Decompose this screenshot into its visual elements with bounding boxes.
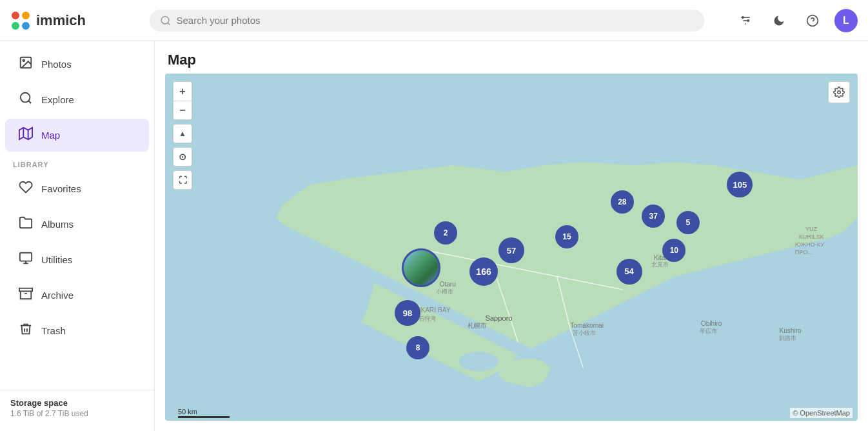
albums-icon <box>18 216 34 233</box>
map-settings-button[interactable] <box>828 81 850 103</box>
cluster-marker-15[interactable]: 15 <box>555 225 578 248</box>
map-container[interactable]: Sapporo 札幌市 Otaru 小樽市 ISHIKARI BAY 石狩湾 K… <box>165 74 858 421</box>
sidebar-item-trash[interactable]: Trash <box>5 314 149 347</box>
topbar-actions: L <box>734 9 858 32</box>
app-name: immich <box>36 12 86 29</box>
svg-text:石狩湾: 石狩湾 <box>419 316 436 322</box>
search-input[interactable] <box>176 15 694 26</box>
trash-icon <box>18 322 34 339</box>
svg-point-4 <box>161 16 169 24</box>
svg-text:YUZ: YUZ <box>805 226 818 232</box>
utilities-icon <box>18 251 34 268</box>
cluster-marker-166[interactable]: 166 <box>469 257 498 286</box>
cluster-marker-28[interactable]: 28 <box>611 190 634 214</box>
reset-bearing-button[interactable]: ▲ <box>173 124 192 143</box>
immich-logo-icon <box>10 10 31 31</box>
map-icon <box>18 126 34 144</box>
svg-point-3 <box>22 22 30 30</box>
svg-marker-17 <box>19 128 32 139</box>
content-area: Map Sapporo <box>155 41 868 431</box>
svg-text:釧路市: 釧路市 <box>779 335 796 341</box>
zoom-in-button[interactable]: + <box>173 81 192 101</box>
svg-line-5 <box>168 23 170 25</box>
scale-bar <box>178 416 230 418</box>
svg-point-0 <box>12 12 19 19</box>
svg-point-2 <box>12 22 19 30</box>
svg-text:ПРО...: ПРО... <box>795 249 813 256</box>
help-button[interactable] <box>801 9 824 32</box>
avatar[interactable]: L <box>834 9 858 32</box>
svg-text:Obihiro: Obihiro <box>701 320 722 327</box>
search-icon <box>160 15 171 26</box>
svg-point-15 <box>21 93 30 103</box>
cluster-marker-8[interactable]: 8 <box>406 336 429 359</box>
page-title: Map <box>155 41 868 74</box>
topbar: immich L <box>0 0 868 41</box>
svg-line-16 <box>28 101 31 103</box>
photos-icon <box>18 55 34 73</box>
cluster-marker-54[interactable]: 54 <box>616 259 642 285</box>
favorites-icon <box>18 180 34 197</box>
photo-cluster-marker[interactable] <box>402 248 440 287</box>
svg-point-1 <box>22 12 30 19</box>
help-icon <box>806 14 819 27</box>
dark-mode-button[interactable] <box>767 9 791 32</box>
cluster-marker-57[interactable]: 57 <box>498 237 524 263</box>
sidebar: Photos Explore Map LIBRARY <box>0 41 155 431</box>
sidebar-item-favorites[interactable]: Favorites <box>5 172 149 205</box>
map-settings <box>828 81 850 103</box>
archive-icon <box>18 286 34 304</box>
search-bar[interactable] <box>150 10 704 32</box>
sidebar-item-map[interactable]: Map <box>5 119 149 152</box>
filter-icon <box>739 14 752 27</box>
storage-subtitle: 1.6 TiB of 2.7 TiB used <box>10 409 144 418</box>
filter-button[interactable] <box>734 9 757 32</box>
svg-text:KURILSK: KURILSK <box>799 234 824 240</box>
zoom-out-button[interactable]: − <box>173 101 192 120</box>
sidebar-item-trash-label: Trash <box>41 325 66 336</box>
svg-text:苫小牧市: 苫小牧市 <box>573 330 596 336</box>
svg-rect-23 <box>19 288 32 292</box>
svg-rect-20 <box>20 253 32 261</box>
sidebar-item-photos-label: Photos <box>41 59 72 70</box>
svg-text:北見市: 北見市 <box>651 261 669 268</box>
svg-point-30 <box>459 352 498 371</box>
sidebar-item-map-label: Map <box>41 130 60 141</box>
sidebar-item-utilities[interactable]: Utilities <box>5 243 149 276</box>
svg-point-14 <box>23 59 25 61</box>
cluster-marker-105[interactable]: 105 <box>727 172 753 197</box>
cluster-marker-2[interactable]: 2 <box>434 221 457 245</box>
locate-button[interactable]: ⊙ <box>173 147 192 166</box>
sidebar-item-albums-label: Albums <box>41 219 74 230</box>
gear-icon <box>833 86 845 98</box>
cluster-marker-98[interactable]: 98 <box>395 300 420 326</box>
photo-thumbnail <box>404 250 439 285</box>
sidebar-item-photos[interactable]: Photos <box>5 48 149 81</box>
fullscreen-button[interactable]: ⛶ <box>173 170 192 190</box>
svg-text:ЮЖНО-КУ: ЮЖНО-КУ <box>795 241 825 248</box>
svg-text:Kushiro: Kushiro <box>779 327 802 334</box>
map-attribution: © OpenStreetMap <box>790 408 853 418</box>
map-controls: + − ▲ ⊙ ⛶ <box>173 81 192 192</box>
sidebar-item-utilities-label: Utilities <box>41 254 72 265</box>
explore-icon <box>18 91 34 108</box>
svg-point-9 <box>742 16 744 18</box>
svg-text:Otaru: Otaru <box>440 281 456 288</box>
library-section-label: LIBRARY <box>0 153 154 171</box>
svg-text:Tomakomai: Tomakomai <box>570 322 604 329</box>
main-layout: Photos Explore Map LIBRARY <box>0 41 868 431</box>
cluster-marker-5[interactable]: 5 <box>676 211 700 234</box>
sidebar-item-explore-label: Explore <box>41 94 74 105</box>
logo-area: immich <box>10 10 139 31</box>
moon-icon <box>773 14 785 27</box>
storage-area: Storage space 1.6 TiB of 2.7 TiB used <box>0 390 154 426</box>
scale-label: 50 km <box>178 408 197 416</box>
sidebar-item-favorites-label: Favorites <box>41 183 81 194</box>
sidebar-item-albums[interactable]: Albums <box>5 208 149 241</box>
cluster-marker-37[interactable]: 37 <box>642 205 665 228</box>
svg-text:Sapporo: Sapporo <box>485 314 512 322</box>
sidebar-item-archive[interactable]: Archive <box>5 279 149 312</box>
zoom-controls: + − <box>173 81 192 120</box>
cluster-marker-10[interactable]: 10 <box>662 239 686 262</box>
sidebar-item-explore[interactable]: Explore <box>5 83 149 116</box>
